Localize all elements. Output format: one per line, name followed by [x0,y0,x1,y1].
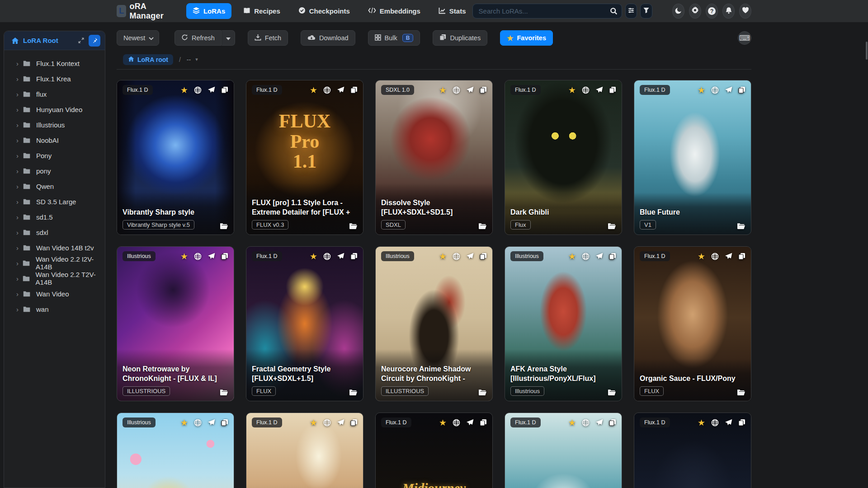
sidebar-folder-item[interactable]: › Flux.1 Kontext [4,56,105,71]
send-icon[interactable] [466,419,474,427]
copy-icon[interactable] [609,419,616,426]
copy-icon[interactable] [609,86,616,94]
copy-icon[interactable] [350,86,358,94]
folder-open-icon[interactable] [478,223,487,230]
folder-open-icon[interactable] [349,223,358,230]
globe-icon[interactable] [323,253,331,260]
folder-open-icon[interactable] [220,389,228,396]
folder-open-icon[interactable] [608,389,616,396]
favorite-star-icon[interactable]: ★ [568,86,576,94]
favorite-star-icon[interactable]: ★ [698,418,705,427]
search-input[interactable] [472,4,622,19]
lora-card[interactable]: Flux.1 D ★ [246,413,363,488]
chevron-right-icon[interactable]: › [16,60,23,67]
sidebar-folder-item[interactable]: › NoobAI [4,132,105,148]
sidebar-folder-item[interactable]: › Qwen [4,178,105,194]
folder-open-icon[interactable] [349,389,358,396]
refresh-button[interactable]: Refresh [175,30,222,46]
duplicates-button[interactable]: Duplicates [433,30,487,46]
lora-card[interactable]: Illustrious ★ AFK Arena Style [Illustrio… [505,246,622,401]
send-icon[interactable] [595,419,603,427]
lora-card[interactable]: Flux.1 D ★ [505,413,622,488]
copy-icon[interactable] [738,86,745,94]
lora-card[interactable]: Illustrious ★ Neon Retrowave by ChronoKn… [117,246,234,401]
chevron-right-icon[interactable]: › [16,106,23,113]
favorite-star-icon[interactable]: ★ [180,86,188,94]
favorite-star-icon[interactable]: ★ [439,418,447,427]
lora-card[interactable]: Illustrious ★ [117,413,234,488]
collapse-tree-icon[interactable] [78,37,85,44]
favorite-star-icon[interactable]: ★ [180,252,188,261]
sidebar-root-header[interactable]: LoRA Root [4,31,105,50]
chevron-right-icon[interactable]: › [16,183,23,190]
favorite-star-icon[interactable]: ★ [568,418,576,427]
lora-card[interactable]: Flux.1 D ★ Fractal Geometry Style [FLUX+… [246,246,363,401]
send-icon[interactable] [208,253,215,260]
lora-card[interactable]: Flux.1 D ★ Blue Future V1 [634,80,751,235]
lora-card[interactable]: Illustrious ★ Neurocore Anime Shadow Cir… [375,246,493,401]
tab-stats[interactable]: Stats [432,4,472,19]
favorite-star-icon[interactable]: ★ [310,418,317,427]
folder-open-icon[interactable] [737,223,745,230]
tab-recipes[interactable]: Recipes [237,4,287,19]
chevron-right-icon[interactable]: › [16,275,23,282]
chevron-right-icon[interactable]: › [16,229,23,236]
sidebar-folder-item[interactable]: › Illustrious [4,117,105,132]
chevron-right-icon[interactable]: › [16,167,23,175]
sidebar-folder-item[interactable]: › sdxl [4,225,105,240]
send-icon[interactable] [337,86,344,94]
sidebar-folder-item[interactable]: › wan [4,301,105,317]
page-scrollbar[interactable] [866,42,868,60]
breadcrumb-caret-icon[interactable]: ▾ [195,56,198,62]
copy-icon[interactable] [480,253,487,260]
copy-icon[interactable] [738,253,745,260]
sort-options-button[interactable] [625,4,637,19]
folder-open-icon[interactable] [608,223,616,230]
copy-icon[interactable] [221,419,228,426]
tab-checkpoints[interactable]: Checkpoints [292,3,356,19]
globe-icon[interactable] [323,86,331,94]
sidebar-folder-item[interactable]: › Wan Video [4,286,105,301]
globe-icon[interactable] [194,419,202,427]
send-icon[interactable] [337,419,344,427]
sidebar-folder-item[interactable]: › pony [4,163,105,178]
copy-icon[interactable] [480,419,487,426]
send-icon[interactable] [466,253,474,260]
sidebar-folder-item[interactable]: › flux [4,86,105,102]
sidebar-folder-item[interactable]: › Wan Video 2.2 T2V-A14B [4,271,105,286]
help-button[interactable]: ? [706,4,718,19]
chevron-right-icon[interactable]: › [16,213,23,221]
globe-icon[interactable] [453,86,460,94]
favorite-star-icon[interactable]: ★ [439,86,447,94]
chevron-right-icon[interactable]: › [16,90,23,98]
settings-button[interactable] [689,4,701,19]
favorite-star-icon[interactable]: ★ [698,86,705,94]
copy-icon[interactable] [480,86,487,94]
favorite-star-icon[interactable]: ★ [568,252,576,261]
chevron-right-icon[interactable]: › [16,244,23,252]
send-icon[interactable] [337,253,344,260]
sidebar-folder-item[interactable]: › SD 3.5 Large [4,194,105,209]
globe-icon[interactable] [582,86,590,94]
send-icon[interactable] [595,86,603,94]
tab-loras[interactable]: LoRAs [186,3,231,19]
tab-embeddings[interactable]: Embeddings [362,4,427,19]
globe-icon[interactable] [453,419,460,427]
sidebar-folder-item[interactable]: › Wan Video 2.2 I2V-A14B [4,255,105,271]
sidebar-folder-item[interactable]: › Hunyuan Video [4,102,105,117]
globe-icon[interactable] [194,253,202,260]
sidebar-folder-item[interactable]: › Wan Video 14B t2v [4,240,105,255]
favorites-filter-button[interactable]: ★ Favorites [500,30,553,46]
lora-card[interactable]: Flux.1 D ★ Dark Ghibli Flux [505,80,622,235]
favorite-star-icon[interactable]: ★ [310,86,317,94]
sort-dropdown[interactable]: Newest [117,30,159,46]
favorite-star-icon[interactable]: ★ [180,418,188,427]
chevron-right-icon[interactable]: › [16,305,23,313]
theme-toggle-button[interactable] [672,4,684,19]
sidebar-folder-item[interactable]: › Flux.1 Krea [4,71,105,86]
send-icon[interactable] [208,86,215,94]
globe-icon[interactable] [582,253,590,260]
lora-card[interactable]: Flux.1 D ★ [634,413,751,488]
send-icon[interactable] [725,419,732,427]
globe-icon[interactable] [323,419,331,427]
